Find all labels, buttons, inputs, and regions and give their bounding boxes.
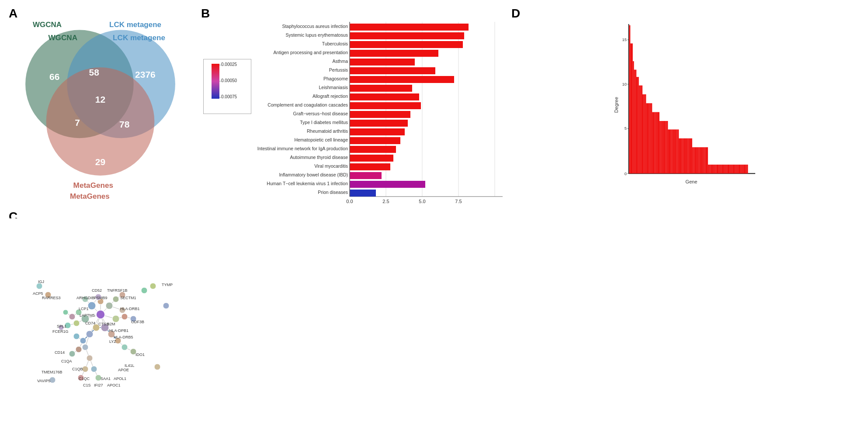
svg-rect-139 xyxy=(709,165,711,173)
svg-text:Graft−versus−host disease: Graft−versus−host disease xyxy=(293,111,348,116)
svg-rect-115 xyxy=(680,138,681,173)
svg-rect-96 xyxy=(657,112,658,174)
svg-text:Type I diabetes mellitus: Type I diabetes mellitus xyxy=(300,120,348,125)
svg-rect-39 xyxy=(350,102,421,109)
svg-point-236 xyxy=(122,314,128,320)
svg-text:TNFRSF1B: TNFRSF1B xyxy=(107,288,128,293)
svg-text:0: 0 xyxy=(625,172,627,176)
svg-rect-130 xyxy=(698,147,700,173)
svg-rect-88 xyxy=(647,103,649,173)
svg-rect-167 xyxy=(743,165,744,173)
svg-rect-109 xyxy=(673,129,674,173)
svg-rect-108 xyxy=(672,129,673,173)
svg-rect-89 xyxy=(649,103,650,173)
svg-rect-119 xyxy=(685,138,686,173)
metagenes-label: MetaGenes xyxy=(73,181,113,190)
svg-rect-154 xyxy=(727,165,729,173)
svg-point-254 xyxy=(63,310,68,315)
svg-text:CD14: CD14 xyxy=(55,350,65,355)
svg-rect-104 xyxy=(667,121,668,173)
venn-num-meta-only: 29 xyxy=(95,157,105,167)
svg-rect-43 xyxy=(350,120,408,127)
svg-text:Pertussis: Pertussis xyxy=(329,67,348,73)
degree-chart-svg: 0 5 10 15 Degree Gene xyxy=(518,24,853,186)
svg-text:APOE: APOE xyxy=(118,368,129,372)
svg-text:Gene: Gene xyxy=(685,179,697,184)
svg-rect-106 xyxy=(669,129,670,173)
venn-num-all: 12 xyxy=(95,94,105,104)
svg-text:SAA1: SAA1 xyxy=(101,376,111,381)
svg-text:Antigen processing and present: Antigen processing and presentation xyxy=(274,50,348,55)
svg-text:LAPTM5: LAPTM5 xyxy=(80,313,95,318)
svg-text:Degree: Degree xyxy=(614,97,619,113)
venn-num-wgcna-only: 66 xyxy=(49,72,59,82)
svg-text:TMEM176B: TMEM176B xyxy=(42,370,62,374)
svg-text:5.0: 5.0 xyxy=(419,199,425,204)
svg-text:ACP5: ACP5 xyxy=(33,291,43,296)
svg-text:APOC1: APOC1 xyxy=(107,383,121,387)
svg-rect-99 xyxy=(661,121,662,173)
svg-rect-102 xyxy=(664,121,666,173)
svg-point-243 xyxy=(87,355,93,361)
svg-rect-83 xyxy=(641,86,642,174)
svg-rect-55 xyxy=(350,172,382,179)
svg-rect-131 xyxy=(699,147,701,173)
svg-text:Rheumatoid arthritis: Rheumatoid arthritis xyxy=(307,128,348,134)
svg-rect-138 xyxy=(708,165,709,173)
svg-rect-121 xyxy=(687,138,689,173)
svg-point-235 xyxy=(73,320,80,326)
svg-rect-101 xyxy=(663,121,664,173)
svg-text:PSMB9: PSMB9 xyxy=(94,296,108,300)
svg-text:Inflammatory bowel disease (IB: Inflammatory bowel disease (IBD) xyxy=(279,172,348,177)
svg-text:C1QA: C1QA xyxy=(61,359,72,363)
svg-rect-160 xyxy=(735,165,736,173)
svg-point-256 xyxy=(36,283,42,289)
svg-point-237 xyxy=(80,338,86,344)
svg-text:7.5: 7.5 xyxy=(455,199,462,204)
svg-rect-97 xyxy=(658,112,660,174)
svg-rect-81 xyxy=(639,86,640,174)
svg-rect-90 xyxy=(650,103,651,173)
svg-text:C1QC: C1QC xyxy=(79,376,90,381)
svg-rect-151 xyxy=(724,165,725,173)
svg-rect-157 xyxy=(731,165,733,173)
svg-rect-125 xyxy=(692,147,694,173)
svg-point-221 xyxy=(88,302,96,310)
svg-text:TYMP: TYMP xyxy=(162,283,173,287)
svg-text:B2M: B2M xyxy=(107,322,115,326)
svg-rect-146 xyxy=(718,165,719,173)
svg-rect-168 xyxy=(744,165,746,173)
svg-rect-163 xyxy=(738,165,740,173)
svg-rect-75 xyxy=(632,43,633,173)
svg-rect-128 xyxy=(696,147,697,173)
wgcna-text-label: WGCNA xyxy=(33,21,62,29)
panel-d: D 0 5 10 15 xyxy=(511,7,859,207)
svg-text:FCER1G: FCER1G xyxy=(52,329,69,334)
svg-rect-77 xyxy=(634,70,635,174)
svg-point-225 xyxy=(112,315,119,322)
lck-label: LCK metagene xyxy=(113,33,165,42)
svg-rect-129 xyxy=(697,147,698,173)
svg-rect-87 xyxy=(646,103,647,173)
svg-rect-133 xyxy=(702,147,703,173)
svg-rect-95 xyxy=(656,112,657,174)
svg-text:Tuberculosis: Tuberculosis xyxy=(322,41,348,46)
svg-rect-142 xyxy=(713,165,714,173)
svg-point-250 xyxy=(82,366,88,372)
panel-b: B 0.00025 0.00050 0.00075 xyxy=(201,7,507,207)
svg-rect-155 xyxy=(729,165,730,173)
svg-rect-117 xyxy=(683,138,684,173)
svg-text:0.0: 0.0 xyxy=(346,199,353,204)
svg-point-241 xyxy=(76,346,82,352)
svg-text:Asthma: Asthma xyxy=(332,59,348,64)
svg-rect-116 xyxy=(681,138,683,173)
svg-rect-161 xyxy=(736,165,737,173)
svg-rect-166 xyxy=(742,165,743,173)
svg-rect-122 xyxy=(688,138,690,173)
svg-rect-57 xyxy=(350,181,425,188)
svg-text:HLA-DPB1: HLA-DPB1 xyxy=(109,328,128,333)
svg-text:5: 5 xyxy=(625,126,627,131)
svg-rect-25 xyxy=(350,41,463,48)
svg-text:Systemic lupus erythematosus: Systemic lupus erythematosus xyxy=(286,32,348,38)
svg-text:ODF3B: ODF3B xyxy=(131,320,144,324)
